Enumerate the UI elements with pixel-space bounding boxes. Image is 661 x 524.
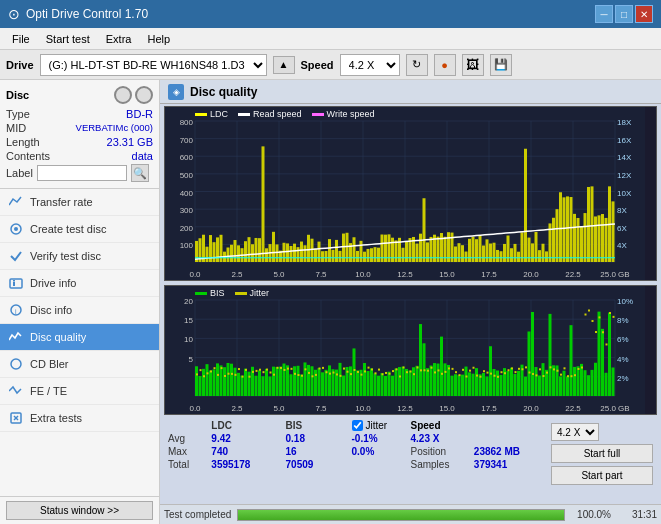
disc-icon2: [135, 86, 153, 104]
disc-info-icon: i: [8, 302, 24, 318]
nav-fe-te-label: FE / TE: [30, 385, 67, 397]
save-button[interactable]: 💾: [490, 54, 512, 76]
avg-jitter: -0.1%: [348, 432, 407, 445]
nav-transfer-rate-label: Transfer rate: [30, 196, 93, 208]
sidebar: Disc Type BD-R MID VERBATIMc (000) Lengt…: [0, 80, 160, 524]
bottom-stats: LDC BIS Jitter Speed: [160, 417, 661, 491]
legend-jitter: Jitter: [235, 288, 270, 298]
speed-select[interactable]: 4.2 X: [340, 54, 400, 76]
nav-disc-quality[interactable]: Disc quality: [0, 324, 159, 351]
label-button[interactable]: 🔍: [131, 164, 149, 182]
burn-button[interactable]: ●: [434, 54, 456, 76]
nav-drive-info[interactable]: Drive info: [0, 270, 159, 297]
nav-disc-quality-label: Disc quality: [30, 331, 86, 343]
status-bar-sidebar: Status window >>: [0, 496, 159, 524]
svg-rect-2: [10, 279, 22, 288]
type-label: Type: [6, 108, 30, 120]
disc-quality-title: Disc quality: [190, 85, 257, 99]
drive-select[interactable]: (G:) HL-DT-ST BD-RE WH16NS48 1.D3: [40, 54, 267, 76]
legend-ldc-label: LDC: [210, 109, 228, 119]
start-part-button[interactable]: Start part: [551, 466, 653, 485]
ldc-header: LDC: [203, 419, 277, 432]
eject-icon[interactable]: ▲: [273, 56, 295, 74]
cd-bler-icon: [8, 356, 24, 372]
speed-combo-select[interactable]: 4.2 X: [551, 423, 599, 441]
status-window-button[interactable]: Status window >>: [6, 501, 153, 520]
legend-read-speed: Read speed: [238, 109, 302, 119]
samples-label: Samples: [406, 458, 469, 471]
nav-cd-bler-label: CD Bler: [30, 358, 69, 370]
svg-text:i: i: [15, 308, 17, 315]
disc-icon: [114, 86, 132, 104]
title-bar-left: ⊙ Opti Drive Control 1.70: [8, 6, 148, 22]
progress-bar-outer: [237, 509, 565, 521]
disc-panel: Disc Type BD-R MID VERBATIMc (000) Lengt…: [0, 80, 159, 189]
settings-button[interactable]: 🖼: [462, 54, 484, 76]
refresh-button[interactable]: ↻: [406, 54, 428, 76]
start-full-button[interactable]: Start full: [551, 444, 653, 463]
legend-read-speed-color: [238, 113, 250, 116]
menu-start-test[interactable]: Start test: [38, 31, 98, 47]
close-button[interactable]: ✕: [635, 5, 653, 23]
minimize-button[interactable]: ─: [595, 5, 613, 23]
nav-create-test-disc[interactable]: Create test disc: [0, 216, 159, 243]
bis-header: BIS: [278, 419, 337, 432]
nav-disc-info-label: Disc info: [30, 304, 72, 316]
nav-disc-info[interactable]: i Disc info: [0, 297, 159, 324]
charts-area: LDC Read speed Write speed: [160, 104, 661, 504]
content-area: ◈ Disc quality LDC Read speed: [160, 80, 661, 524]
disc-section-title: Disc: [6, 89, 29, 101]
legend-ldc-color: [195, 113, 207, 116]
legend-write-speed-color: [312, 113, 324, 116]
legend-bis-label: BIS: [210, 288, 225, 298]
stats-header-row: LDC BIS Jitter Speed: [164, 419, 543, 432]
label-input[interactable]: [37, 165, 127, 181]
menu-file[interactable]: File: [4, 31, 38, 47]
jitter-checkbox[interactable]: [352, 420, 363, 431]
nav-fe-te[interactable]: FE / TE: [0, 378, 159, 405]
nav-extra-tests-label: Extra tests: [30, 412, 82, 424]
total-label: Total: [164, 458, 203, 471]
bis-legend: BIS Jitter: [195, 288, 269, 298]
extra-tests-icon: [8, 410, 24, 426]
legend-write-speed-label: Write speed: [327, 109, 375, 119]
nav-extra-tests[interactable]: Extra tests: [0, 405, 159, 432]
nav-verify-test-disc-label: Verify test disc: [30, 250, 101, 262]
speed-value: 4.23 X: [406, 432, 469, 445]
speed-header: Speed: [406, 419, 469, 432]
length-value: 23.31 GB: [107, 136, 153, 148]
contents-label: Contents: [6, 150, 50, 162]
progress-text: 100.0%: [571, 509, 611, 520]
svg-point-1: [14, 227, 18, 231]
title-bar-controls: ─ □ ✕: [595, 5, 653, 23]
time-display: 31:31: [617, 509, 657, 520]
legend-bis-color: [195, 292, 207, 295]
total-bis: 70509: [278, 458, 337, 471]
total-ldc: 3595178: [203, 458, 277, 471]
nav-transfer-rate[interactable]: Transfer rate: [0, 189, 159, 216]
nav-verify-test-disc[interactable]: Verify test disc: [0, 243, 159, 270]
nav-create-test-disc-label: Create test disc: [30, 223, 106, 235]
legend-ldc: LDC: [195, 109, 228, 119]
ldc-chart: LDC Read speed Write speed: [164, 106, 657, 281]
avg-label: Avg: [164, 432, 203, 445]
nav-cd-bler[interactable]: CD Bler: [0, 351, 159, 378]
svg-rect-3: [13, 282, 15, 286]
mid-value: VERBATIMc (000): [76, 122, 153, 134]
speed-combo: 4.2 X: [551, 423, 653, 441]
legend-jitter-color: [235, 292, 247, 295]
menu-help[interactable]: Help: [139, 31, 178, 47]
max-label: Max: [164, 445, 203, 458]
maximize-button[interactable]: □: [615, 5, 633, 23]
position-value: 23862 MB: [470, 445, 543, 458]
stats-table: LDC BIS Jitter Speed: [164, 419, 543, 489]
stats-total-row: Total 3595178 70509 Samples 379341: [164, 458, 543, 471]
length-label: Length: [6, 136, 40, 148]
menu-extra[interactable]: Extra: [98, 31, 140, 47]
max-bis: 16: [278, 445, 337, 458]
svg-rect-4: [13, 280, 15, 282]
ldc-legend: LDC Read speed Write speed: [195, 109, 374, 119]
verify-test-disc-icon: [8, 248, 24, 264]
create-test-disc-icon: [8, 221, 24, 237]
ldc-canvas: [165, 107, 645, 280]
